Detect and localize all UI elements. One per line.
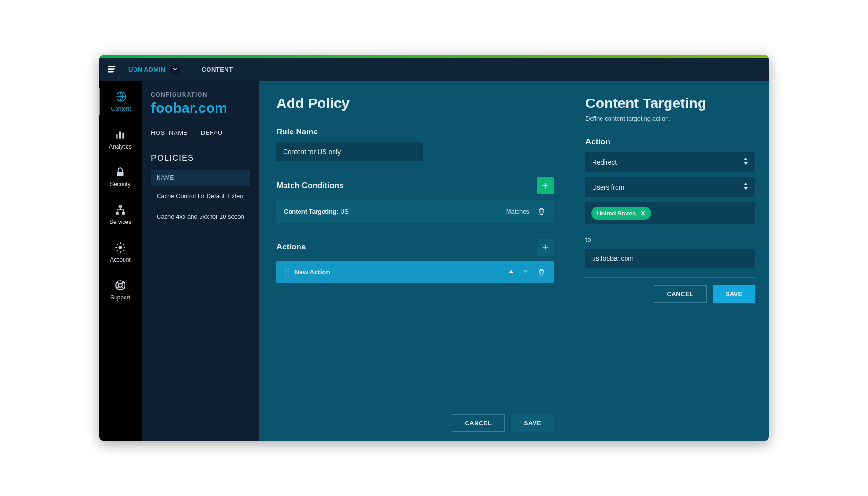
svg-rect-0 <box>108 66 116 67</box>
country-input[interactable]: United States <box>585 202 755 224</box>
sidebar-item-label: Content <box>111 106 131 112</box>
svg-rect-10 <box>122 212 125 214</box>
rule-name-input[interactable] <box>276 142 423 161</box>
lock-icon <box>114 166 126 178</box>
country-chip: United States <box>591 207 651 220</box>
sidebar-item-security[interactable]: Security <box>99 163 142 190</box>
sidebar-item-label: Analytics <box>109 143 132 150</box>
globe-icon <box>115 91 127 103</box>
sidebar-item-label: Services <box>109 219 131 225</box>
bars-icon <box>114 128 126 141</box>
cancel-button[interactable]: CANCEL <box>452 414 504 432</box>
sidebar-item-services[interactable]: Services <box>99 201 142 228</box>
sort-icon <box>743 183 748 191</box>
svg-rect-6 <box>122 133 124 139</box>
users-from-select[interactable]: Users from <box>585 177 755 197</box>
add-condition-button[interactable] <box>537 177 554 194</box>
network-icon <box>114 204 126 216</box>
svg-rect-9 <box>116 212 119 214</box>
action-name: New Action <box>294 268 330 276</box>
admin-dropdown[interactable]: UDN ADMIN <box>128 64 180 74</box>
plus-icon <box>541 243 550 251</box>
panel-title: Content Targeting <box>585 95 755 111</box>
actions-label: Actions <box>276 242 306 252</box>
delete-action-button[interactable] <box>537 267 546 277</box>
tab-hostname[interactable]: HOSTNAME <box>151 129 188 136</box>
panel-subtitle: Define content targeting action. <box>585 115 755 122</box>
lifebuoy-icon <box>114 279 126 291</box>
svg-rect-7 <box>117 172 124 176</box>
destination-input[interactable] <box>585 249 755 268</box>
admin-label: UDN ADMIN <box>128 66 165 73</box>
sidebar-item-analytics[interactable]: Analytics <box>99 125 142 153</box>
policies-heading: POLICIES <box>151 153 250 163</box>
svg-rect-8 <box>119 205 122 207</box>
triangle-down-icon <box>523 269 528 274</box>
configuration-label: CONFIGURATION <box>151 91 250 98</box>
sort-icon <box>743 158 748 166</box>
svg-point-11 <box>119 246 122 249</box>
table-header-name[interactable]: NAME <box>151 170 250 186</box>
triangle-up-icon <box>509 269 514 274</box>
breadcrumb[interactable]: CONTENT <box>201 66 233 73</box>
match-conditions-label: Match Conditions <box>276 181 344 190</box>
chip-remove-button[interactable] <box>641 210 645 217</box>
move-up-button[interactable] <box>509 268 514 276</box>
app-window: UDN ADMIN CONTENT Content Analytics Secu… <box>99 55 769 441</box>
sidebar-item-content[interactable]: Content <box>99 88 142 115</box>
condition-text: Content Targeting: US <box>284 208 349 215</box>
to-label: to <box>585 236 755 243</box>
tab-defaults[interactable]: DEFAU <box>201 129 223 136</box>
select-value: Redirect <box>592 158 617 166</box>
sidebar-item-label: Security <box>110 181 130 188</box>
table-row[interactable]: Cache Control for Default Exten <box>151 186 250 207</box>
svg-rect-1 <box>108 68 115 70</box>
svg-rect-4 <box>116 134 117 139</box>
sidebar-item-label: Account <box>110 256 130 263</box>
config-panel: CONFIGURATION foobar.com HOSTNAME DEFAU … <box>142 81 259 441</box>
action-row[interactable]: New Action <box>276 261 554 283</box>
sidebar-item-label: Support <box>110 294 130 301</box>
add-action-button[interactable] <box>537 239 554 256</box>
chip-label: United States <box>597 210 636 217</box>
svg-point-13 <box>118 283 122 287</box>
chevron-down-icon <box>170 64 180 74</box>
brand-logo-icon <box>108 64 118 74</box>
content-targeting-panel: Content Targeting Define content targeti… <box>571 81 769 441</box>
hostname-title: foobar.com <box>151 100 250 116</box>
divider <box>585 277 755 278</box>
sidebar-item-support[interactable]: Support <box>99 276 142 304</box>
panel-title: Add Policy <box>276 95 554 111</box>
plus-icon <box>541 182 550 190</box>
cancel-button[interactable]: CANCEL <box>654 285 706 303</box>
move-down-button[interactable] <box>523 268 528 276</box>
svg-rect-2 <box>108 71 114 73</box>
table-row[interactable]: Cache 4xx and 5xx for 10 secon <box>151 207 250 227</box>
rule-name-label: Rule Name <box>276 127 554 137</box>
condition-match-type: Matches <box>506 208 529 215</box>
policies-table: NAME Cache Control for Default Exten Cac… <box>151 170 250 227</box>
save-button[interactable]: SAVE <box>511 414 554 432</box>
sidebar-item-account[interactable]: Account <box>99 239 142 266</box>
add-policy-panel: Add Policy Rule Name Match Conditions Co… <box>259 81 571 441</box>
condition-row[interactable]: Content Targeting: US Matches <box>276 200 554 223</box>
gear-icon <box>114 241 126 254</box>
delete-condition-button[interactable] <box>537 207 546 216</box>
select-value: Users from <box>592 183 624 191</box>
divider <box>191 64 191 74</box>
sidebar: Content Analytics Security Services Acco… <box>99 81 142 441</box>
action-label: Action <box>585 137 755 147</box>
save-button[interactable]: SAVE <box>713 285 755 303</box>
svg-rect-5 <box>119 132 121 139</box>
top-header: UDN ADMIN CONTENT <box>99 58 769 81</box>
config-tabs: HOSTNAME DEFAU <box>151 129 250 136</box>
close-icon <box>641 211 645 215</box>
drag-handle-icon[interactable] <box>284 267 289 277</box>
action-select[interactable]: Redirect <box>585 152 755 172</box>
